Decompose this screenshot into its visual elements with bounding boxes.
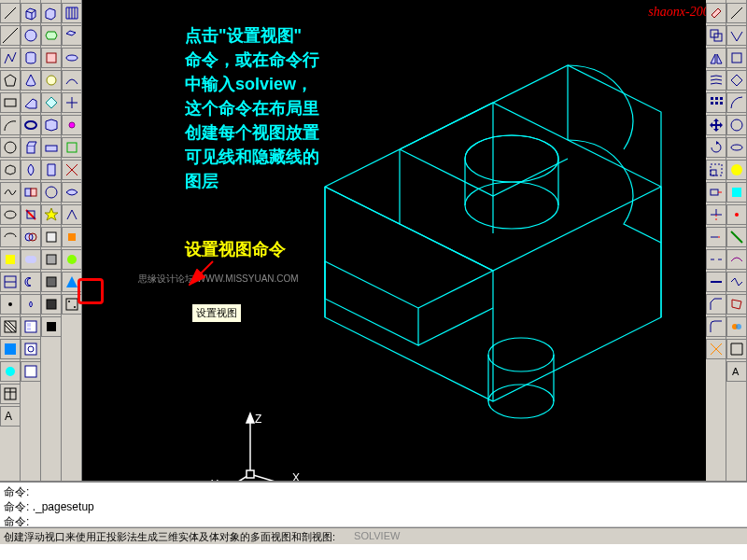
tool-insert[interactable] (0, 249, 21, 270)
tool-3dview-3[interactable] (41, 48, 62, 68)
tool-r2-1[interactable] (726, 3, 747, 23)
drawing-viewport[interactable]: shaonx-2008-2-8 www.jcwcn.com 思缘设计论坛 WWW… (82, 0, 747, 539)
tool-spline[interactable] (0, 182, 21, 203)
tool-revolve[interactable] (21, 160, 41, 180)
tool-region[interactable] (0, 361, 21, 382)
tool-polygon[interactable] (0, 70, 21, 91)
tool-section[interactable] (21, 204, 41, 225)
tool-surf-2[interactable] (62, 25, 82, 46)
tool-break[interactable] (706, 249, 726, 270)
tool-shade-2[interactable] (41, 249, 62, 270)
tool-r2-2[interactable] (726, 25, 747, 46)
tool-3dview-10[interactable] (41, 204, 62, 225)
3d-model-wireframe (269, 19, 717, 429)
tool-move[interactable] (706, 115, 726, 135)
tool-surf-11[interactable] (62, 227, 82, 247)
tool-r2-14[interactable] (726, 294, 747, 315)
tool-point[interactable] (0, 294, 21, 315)
tool-torus[interactable] (21, 115, 41, 135)
tool-circle[interactable] (0, 137, 21, 158)
tool-surf-12[interactable] (62, 249, 82, 270)
tool-r2-11[interactable] (726, 227, 747, 247)
tool-arc[interactable] (0, 115, 21, 135)
tool-r2-6[interactable] (726, 115, 747, 135)
tool-mirror[interactable] (706, 48, 726, 68)
tool-block[interactable] (0, 272, 21, 292)
tool-surf-8[interactable] (62, 160, 82, 180)
tool-union[interactable] (21, 249, 41, 270)
tool-surf-7[interactable] (62, 137, 82, 158)
tool-extrude[interactable] (21, 137, 41, 158)
cmd-history-line-1: 命令: (4, 484, 743, 499)
tool-erase[interactable] (706, 3, 726, 23)
tool-table[interactable] (0, 384, 21, 404)
tool-cone[interactable] (21, 70, 41, 91)
tool-surf-9[interactable] (62, 182, 82, 203)
tool-slice[interactable] (21, 182, 41, 203)
tool-gradient[interactable] (0, 339, 21, 359)
tool-box[interactable] (21, 3, 41, 23)
tool-ellipse-arc[interactable] (0, 227, 21, 247)
tool-r2-10[interactable] (726, 204, 747, 225)
tool-interfere[interactable] (21, 227, 41, 247)
tool-chamfer[interactable] (706, 294, 726, 315)
tool-extend[interactable] (706, 227, 726, 247)
tool-surf-1[interactable] (62, 3, 82, 23)
tool-solview[interactable] (21, 316, 41, 337)
tool-3dview-2[interactable] (41, 25, 62, 46)
tool-solprof[interactable] (21, 361, 41, 382)
tool-mtext[interactable]: A (0, 406, 21, 427)
tool-3dview-7[interactable] (41, 137, 62, 158)
tool-array[interactable] (706, 92, 726, 113)
tool-surf-10[interactable] (62, 204, 82, 225)
tool-soldraw[interactable] (21, 339, 41, 359)
tool-shade-5[interactable] (41, 316, 62, 337)
tool-r2-12[interactable] (726, 249, 747, 270)
tool-offset[interactable] (706, 70, 726, 91)
tool-r2-9[interactable] (726, 182, 747, 203)
tool-join[interactable] (706, 272, 726, 292)
tool-3dview-5[interactable] (41, 92, 62, 113)
tool-fillet[interactable] (706, 316, 726, 337)
tool-r2-4[interactable] (726, 70, 747, 91)
tool-shade-4[interactable] (41, 294, 62, 315)
tool-r2-5[interactable] (726, 92, 747, 113)
tool-3dview-6[interactable] (41, 115, 62, 135)
tool-r2-17[interactable]: A (726, 361, 747, 382)
tool-3dview-8[interactable] (41, 160, 62, 180)
tool-line[interactable] (0, 3, 21, 23)
tool-wedge[interactable] (21, 92, 41, 113)
tool-explode[interactable] (706, 339, 726, 359)
tool-r2-8[interactable] (726, 160, 747, 180)
cmd-input-prompt[interactable]: 命令: (4, 514, 743, 527)
tool-surf-5[interactable] (62, 92, 82, 113)
tool-hatch[interactable] (0, 316, 21, 337)
tool-shade-1[interactable] (41, 227, 62, 247)
tool-pline[interactable] (0, 48, 21, 68)
tool-xline[interactable] (0, 25, 21, 46)
tool-scale[interactable] (706, 160, 726, 180)
tool-3dview-4[interactable] (41, 70, 62, 91)
tool-r2-16[interactable] (726, 339, 747, 359)
tool-3dview-1[interactable] (41, 3, 62, 23)
tool-trim[interactable] (706, 204, 726, 225)
tool-r2-3[interactable] (726, 48, 747, 68)
tool-rectangle[interactable] (0, 92, 21, 113)
tool-intersect[interactable] (21, 294, 41, 315)
tool-ellipse[interactable] (0, 204, 21, 225)
tool-cylinder[interactable] (21, 48, 41, 68)
tool-rotate[interactable] (706, 137, 726, 158)
tool-surf-3[interactable] (62, 48, 82, 68)
tool-subtract[interactable] (21, 272, 41, 292)
tool-r2-13[interactable] (726, 272, 747, 292)
tool-r2-7[interactable] (726, 137, 747, 158)
tool-3dview-9[interactable] (41, 182, 62, 203)
tool-copy[interactable] (706, 25, 726, 46)
tool-sphere[interactable] (21, 25, 41, 46)
tool-revcloud[interactable] (0, 160, 21, 180)
tool-r2-15[interactable] (726, 316, 747, 337)
tool-stretch[interactable] (706, 182, 726, 203)
tool-surf-6[interactable] (62, 115, 82, 135)
tool-surf-4[interactable] (62, 70, 82, 91)
tool-shade-3[interactable] (41, 272, 62, 292)
